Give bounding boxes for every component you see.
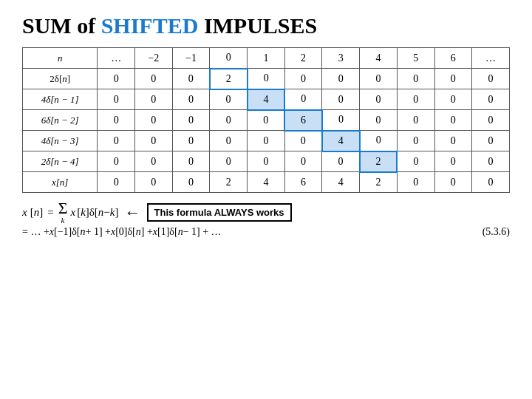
title-suffix: IMPULSES: [198, 13, 317, 38]
formula-line-1: x [ n ] = Σ k x [ k ]δ[ n − k ] ← This f…: [22, 200, 510, 225]
page-title: SUM of SHIFTED IMPULSES: [22, 13, 510, 38]
equation-ref: (5.3.6): [482, 226, 510, 238]
header-0: 0: [210, 48, 248, 69]
table-row: x[n] 0 0 0 2 4 6 4 2 0 0 0: [23, 172, 510, 193]
page: SUM of SHIFTED IMPULSES n … −2 −1 0 1 2 …: [0, 0, 532, 399]
main-table: n … −2 −1 0 1 2 3 4 5 6 … 2δ[n] 0 0 0 2: [22, 47, 510, 193]
highlighted-cell: 4: [322, 131, 360, 151]
table-row: 2δ[n − 4] 0 0 0 0 0 0 0 2 0 0 0: [23, 151, 510, 172]
header-n: n: [23, 48, 98, 69]
summation-symbol: Σ k: [58, 200, 68, 225]
row-label-4: 4δ[n − 3]: [23, 131, 98, 151]
highlighted-cell: 2: [210, 69, 248, 89]
header-3: 3: [322, 48, 360, 69]
header-ellipsis-right: …: [472, 48, 510, 69]
header-2: 2: [284, 48, 322, 69]
row-label-1: 2δ[n]: [23, 69, 98, 89]
header-6: 6: [434, 48, 472, 69]
table-header-row: n … −2 −1 0 1 2 3 4 5 6 …: [23, 48, 510, 69]
table-row: 6δ[n − 2] 0 0 0 0 0 6 0 0 0 0 0: [23, 110, 510, 131]
header-5: 5: [397, 48, 434, 69]
header-minus1: −1: [172, 48, 210, 69]
formula-label-box: This formula ALWAYS works: [147, 203, 292, 222]
table-row: 4δ[n − 1] 0 0 0 0 4 0 0 0 0 0 0: [23, 89, 510, 110]
table-row: 2δ[n] 0 0 0 2 0 0 0 0 0 0 0: [23, 69, 510, 89]
row-label-xn: x[n]: [23, 172, 98, 193]
formula-section: x [ n ] = Σ k x [ k ]δ[ n − k ] ← This f…: [22, 200, 510, 238]
header-ellipsis-left: …: [98, 48, 135, 69]
header-4: 4: [360, 48, 398, 69]
row-label-5: 2δ[n − 4]: [23, 151, 98, 172]
row-label-2: 4δ[n − 1]: [23, 89, 98, 110]
highlighted-cell: 6: [284, 110, 322, 131]
header-minus2: −2: [135, 48, 173, 69]
row-label-3: 6δ[n − 2]: [23, 110, 98, 131]
arrow-left: ←: [125, 203, 141, 222]
highlighted-cell: 4: [248, 89, 285, 110]
title-highlight: SHIFTED: [101, 13, 199, 38]
table-row: 4δ[n − 3] 0 0 0 0 0 0 4 0 0 0 0: [23, 131, 510, 151]
highlighted-cell: 2: [360, 151, 398, 172]
formula-line-2: = … + x [−1]δ[ n + 1] + x [0]δ[ n ] + x …: [22, 226, 510, 238]
title-prefix: SUM of: [22, 13, 101, 38]
header-1: 1: [248, 48, 285, 69]
